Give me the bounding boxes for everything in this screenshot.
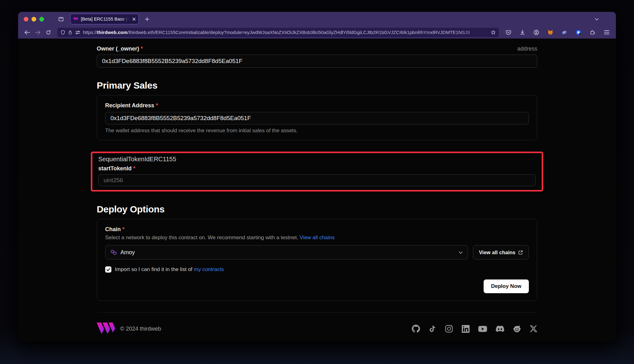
- tab-list-chevron-icon[interactable]: [592, 14, 602, 24]
- social-icons: [412, 325, 537, 333]
- sequential-tokenid-section: SequentialTokenIdERC1155 startTokenId*: [91, 152, 543, 192]
- thirdweb-favicon: [73, 17, 78, 21]
- browser-tab-bar: [Beta] ERC1155 Base | Published: [18, 12, 616, 26]
- account-icon[interactable]: [531, 27, 541, 37]
- deploy-now-button[interactable]: Deploy Now: [484, 279, 529, 293]
- menu-hamburger-icon[interactable]: [602, 27, 612, 37]
- github-icon[interactable]: [412, 325, 420, 333]
- page-content: Owner (_owner)* address Primary Sales Re…: [18, 39, 616, 342]
- youtube-icon[interactable]: [478, 326, 487, 332]
- start-tokenid-input[interactable]: [98, 174, 536, 186]
- deploy-options-title: Deploy Options: [97, 204, 537, 215]
- lock-icon[interactable]: [68, 30, 72, 35]
- view-all-chains-button[interactable]: View all chains: [473, 245, 529, 260]
- extension-icon-2[interactable]: [573, 27, 583, 37]
- firefox-view-icon[interactable]: [56, 14, 66, 24]
- sequential-section-title: SequentialTokenIdERC1155: [98, 156, 536, 163]
- chevron-down-icon: [459, 251, 463, 254]
- bookmark-star-icon[interactable]: [491, 30, 496, 35]
- start-tokenid-label: startTokenId*: [98, 165, 135, 172]
- recipient-helper-text: The wallet address that should receive t…: [105, 128, 529, 134]
- linkedin-icon[interactable]: [462, 325, 470, 333]
- browser-toolbar: https://thirdweb.com/thirdweb.eth/ERC115…: [18, 26, 616, 39]
- tab-close-icon[interactable]: [132, 17, 136, 21]
- recipient-address-label: Recipient Address*: [105, 102, 158, 109]
- owner-label: Owner (_owner)*: [97, 46, 143, 52]
- url-text: https://thirdweb.com/thirdweb.eth/ERC115…: [83, 30, 488, 35]
- refresh-icon[interactable]: [44, 28, 53, 37]
- import-checkbox-label: Import so I can find it in the list of m…: [115, 266, 224, 273]
- import-checkbox[interactable]: [105, 266, 111, 273]
- owner-type-hint: address: [517, 46, 537, 52]
- permissions-icon[interactable]: [75, 30, 80, 35]
- new-tab-button[interactable]: [142, 14, 152, 24]
- url-path: /thirdweb.eth/ERC1155CoreInitializable/d…: [128, 30, 470, 35]
- recipient-address-input[interactable]: [105, 112, 529, 124]
- primary-sales-card: Recipient Address* The wallet address th…: [97, 95, 537, 140]
- download-icon[interactable]: [517, 27, 527, 37]
- tiktok-icon[interactable]: [429, 325, 436, 333]
- pocket-icon[interactable]: [503, 27, 513, 37]
- back-icon[interactable]: [22, 28, 32, 37]
- x-twitter-icon[interactable]: [530, 325, 537, 332]
- instagram-icon[interactable]: [445, 325, 453, 333]
- my-contracts-link[interactable]: my contracts: [194, 266, 224, 272]
- minimize-window-button[interactable]: [32, 17, 36, 22]
- forward-icon[interactable]: [33, 28, 42, 37]
- zoom-window-button[interactable]: [39, 17, 44, 22]
- thirdweb-logo: [97, 323, 115, 335]
- shield-icon[interactable]: [61, 30, 65, 35]
- metamask-icon[interactable]: [545, 27, 555, 37]
- url-bar[interactable]: https://thirdweb.com/thirdweb.eth/ERC115…: [57, 28, 499, 37]
- view-all-chains-link[interactable]: View all chains: [300, 235, 334, 240]
- close-window-button[interactable]: [24, 17, 28, 22]
- browser-tab[interactable]: [Beta] ERC1155 Base | Published: [70, 14, 139, 24]
- polygon-chain-icon: [110, 249, 117, 255]
- extensions-puzzle-icon[interactable]: [588, 27, 597, 37]
- owner-input[interactable]: [97, 55, 537, 68]
- copyright-text: © 2024 thirdweb: [120, 326, 161, 332]
- discord-icon[interactable]: [496, 326, 504, 332]
- window-controls: [24, 17, 44, 22]
- chain-select[interactable]: Amoy: [105, 245, 468, 260]
- reddit-icon[interactable]: [513, 325, 521, 333]
- chain-description: Select a network to deploy this contract…: [105, 235, 529, 241]
- selected-chain-name: Amoy: [120, 249, 135, 256]
- url-host: thirdweb.com: [97, 30, 128, 35]
- external-link-icon: [518, 250, 523, 255]
- browser-window: [Beta] ERC1155 Base | Published: [18, 12, 616, 342]
- tab-title: [Beta] ERC1155 Base | Published: [81, 17, 130, 22]
- deploy-options-card: Chain* Select a network to deploy this c…: [97, 219, 537, 301]
- chain-label: Chain*: [105, 226, 124, 232]
- extension-icon-1[interactable]: [559, 27, 569, 37]
- primary-sales-title: Primary Sales: [97, 80, 537, 91]
- page-footer: © 2024 thirdweb: [97, 312, 537, 342]
